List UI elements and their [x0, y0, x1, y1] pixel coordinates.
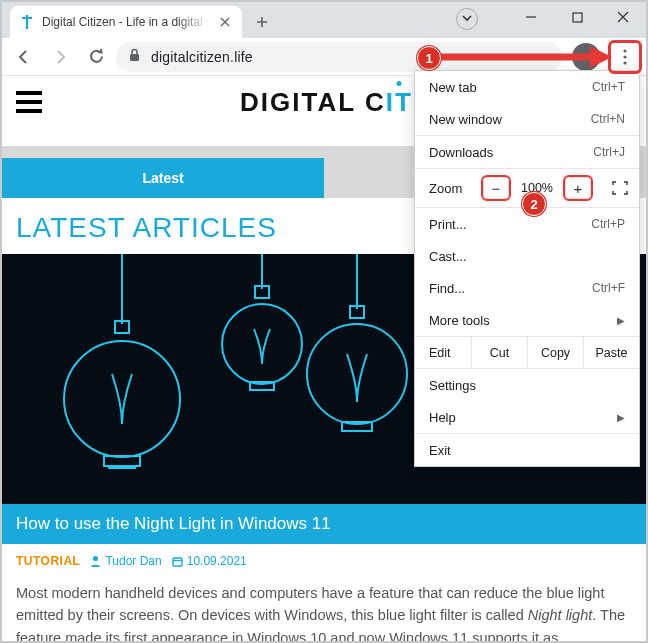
- nav-tab-latest[interactable]: Latest: [2, 158, 324, 198]
- reload-button[interactable]: [80, 42, 112, 72]
- back-button[interactable]: [8, 42, 40, 72]
- tab-close-icon[interactable]: [218, 15, 232, 29]
- calendar-icon: [172, 556, 183, 567]
- article-meta: TUTORIAL Tudor Dan 10.09.2021: [2, 544, 646, 578]
- minimize-button[interactable]: [508, 2, 554, 32]
- article-date: 10.09.2021: [172, 554, 247, 568]
- url-text: digitalcitizen.life: [151, 49, 253, 65]
- article-category[interactable]: TUTORIAL: [16, 554, 80, 568]
- annotation-frame-kebab: [608, 40, 642, 74]
- tab-title: Digital Citizen - Life in a digital worl…: [42, 15, 210, 29]
- person-icon: [90, 555, 101, 567]
- hamburger-icon[interactable]: [16, 91, 48, 113]
- menu-more-tools[interactable]: More tools▶: [415, 304, 639, 336]
- fullscreen-button[interactable]: [609, 179, 631, 197]
- article-title[interactable]: How to use the Night Light in Windows 11: [2, 504, 646, 544]
- article-author[interactable]: Tudor Dan: [90, 554, 161, 568]
- menu-paste[interactable]: Paste: [583, 337, 639, 368]
- menu-exit[interactable]: Exit: [415, 434, 639, 466]
- svg-marker-22: [590, 46, 612, 68]
- menu-new-tab[interactable]: New tabCtrl+T: [415, 71, 639, 103]
- window-titlebar: Digital Citizen - Life in a digital worl…: [2, 2, 646, 38]
- zoom-out-button[interactable]: −: [483, 177, 509, 199]
- forward-button[interactable]: [44, 42, 76, 72]
- annotation-callout-2: 2: [522, 192, 546, 216]
- annotation-arrow: [440, 46, 612, 72]
- new-tab-button[interactable]: [248, 8, 276, 36]
- site-logo[interactable]: DIGITAL CITTIZ: [240, 87, 440, 118]
- menu-settings[interactable]: Settings: [415, 369, 639, 401]
- lock-icon: [128, 48, 141, 65]
- menu-cut[interactable]: Cut: [471, 337, 527, 368]
- menu-new-window[interactable]: New windowCtrl+N: [415, 103, 639, 135]
- tab-search-button[interactable]: [456, 8, 478, 30]
- svg-rect-1: [130, 54, 139, 61]
- close-window-button[interactable]: [600, 2, 646, 32]
- annotation-callout-1: 1: [417, 46, 441, 70]
- menu-copy[interactable]: Copy: [527, 337, 583, 368]
- maximize-button[interactable]: [554, 2, 600, 32]
- menu-help[interactable]: Help▶: [415, 401, 639, 433]
- browser-tab[interactable]: Digital Citizen - Life in a digital worl…: [10, 6, 242, 38]
- chrome-menu: New tabCtrl+T New windowCtrl+N Downloads…: [414, 70, 640, 467]
- menu-downloads[interactable]: DownloadsCtrl+J: [415, 136, 639, 168]
- zoom-in-button[interactable]: +: [565, 177, 591, 199]
- menu-edit-label: Edit: [415, 337, 471, 368]
- svg-rect-0: [573, 13, 582, 22]
- menu-cast[interactable]: Cast...: [415, 240, 639, 272]
- svg-rect-19: [173, 558, 182, 566]
- window-controls: [508, 2, 646, 32]
- svg-point-18: [93, 556, 98, 561]
- menu-edit-row: Edit Cut Copy Paste: [415, 336, 639, 368]
- article-excerpt: Most modern handheld devices and compute…: [2, 578, 646, 643]
- chevron-right-icon: ▶: [617, 315, 625, 326]
- menu-find[interactable]: Find...Ctrl+F: [415, 272, 639, 304]
- favicon-icon: [20, 15, 34, 29]
- chevron-right-icon: ▶: [617, 412, 625, 423]
